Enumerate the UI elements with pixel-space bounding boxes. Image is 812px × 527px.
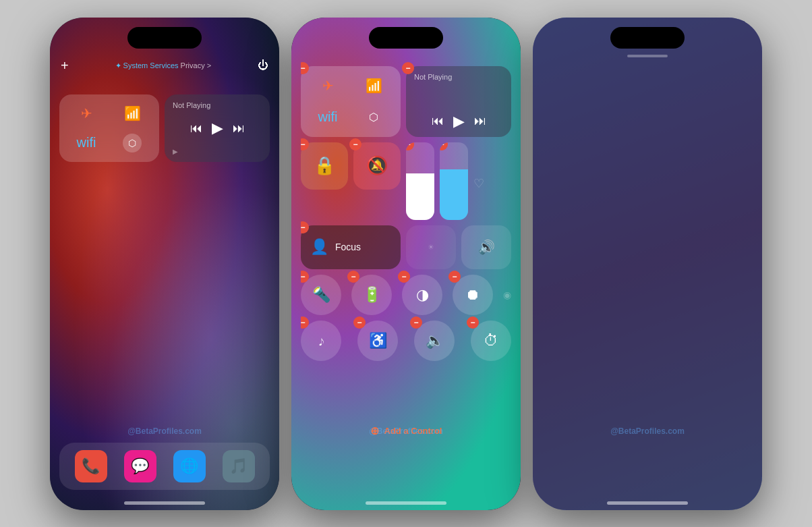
timer-edit-btn[interactable]: − ⏱ bbox=[471, 321, 511, 361]
wifi-icon-btn[interactable]: wifi bbox=[65, 130, 108, 157]
flashlight-edit-btn[interactable]: − 🔦 bbox=[301, 275, 341, 315]
home-bar-3[interactable] bbox=[607, 501, 688, 505]
minus-timer[interactable]: − bbox=[467, 316, 479, 329]
home-bar-1[interactable] bbox=[124, 501, 205, 505]
music-edit-tile[interactable]: − Not Playing ⏮ ▶ ⏭ bbox=[406, 66, 511, 137]
music-source: ▶ bbox=[173, 148, 262, 155]
minus-access[interactable]: − bbox=[353, 316, 366, 329]
not-playing-2: Not Playing bbox=[414, 73, 503, 81]
ear-edit-btn[interactable]: − 🔈 bbox=[414, 321, 455, 361]
dynamic-island-1 bbox=[127, 27, 202, 49]
connectivity-edit-tile[interactable]: − ✈ 📶 wifi ⬡ bbox=[301, 66, 401, 137]
minus-music[interactable]: − bbox=[402, 62, 414, 74]
phone-2: − ✈ 📶 wifi ⬡ − Not Playing ⏮ ▶ ⏭ bbox=[291, 18, 521, 510]
phone-dock-icon[interactable]: 📞 bbox=[75, 450, 107, 482]
wifi-edit-icon: ◉ bbox=[503, 289, 511, 315]
add-button[interactable]: + bbox=[61, 58, 69, 74]
sun-icon: ☀ bbox=[406, 225, 456, 269]
minus-battery[interactable]: − bbox=[347, 271, 359, 283]
focus-edit-tile[interactable]: − 👤 Focus bbox=[301, 225, 401, 269]
home-bar-2[interactable] bbox=[366, 501, 446, 505]
minus-brightness[interactable]: − bbox=[406, 142, 414, 150]
contrast-edit-btn[interactable]: − ◑ bbox=[402, 275, 442, 315]
dynamic-island-2 bbox=[369, 27, 443, 49]
music-dock-icon[interactable]: 🎵 bbox=[223, 450, 255, 482]
safari-dock-icon[interactable]: 🌐 bbox=[173, 450, 206, 482]
play-btn[interactable]: ▶ bbox=[212, 119, 223, 137]
watermark-2: @BetaProfiles.com bbox=[369, 426, 443, 436]
access-edit-btn[interactable]: − ♿ bbox=[357, 321, 398, 361]
system-services-link[interactable]: ✦ System Services Privacy > bbox=[115, 61, 212, 70]
dynamic-island-3 bbox=[610, 27, 685, 49]
next-track-btn[interactable]: ⏭ bbox=[233, 121, 245, 136]
phone-1: ▂▄▆ Viettel ▾ ✦ ⏰ 59% ▭ + ✦ System Servi… bbox=[50, 18, 279, 510]
volume-edit-slider[interactable]: − bbox=[440, 142, 468, 220]
minus-volume[interactable]: − bbox=[440, 142, 448, 150]
phone-3: 🔍 Search Controls Aa Translate Spanish T… bbox=[533, 18, 762, 510]
dock-1: 📞 💬 🌐 🎵 bbox=[59, 443, 270, 490]
messages-dock-icon[interactable]: 💬 bbox=[124, 450, 156, 482]
prev-track-btn[interactable]: ⏮ bbox=[190, 121, 202, 136]
minus-contrast[interactable]: − bbox=[398, 271, 410, 283]
minus-record[interactable]: − bbox=[448, 271, 461, 283]
connectivity-tile[interactable]: ✈ 📶 wifi ⬡ bbox=[59, 94, 159, 162]
volume-icon: 🔊 bbox=[461, 225, 511, 269]
shazam-edit-btn[interactable]: − 𝆕 bbox=[301, 321, 341, 361]
drag-handle bbox=[627, 55, 668, 57]
record-edit-btn[interactable]: − ⏺ bbox=[453, 275, 493, 315]
minus-shazam[interactable]: − bbox=[301, 316, 309, 329]
minus-flashlight[interactable]: − bbox=[301, 271, 309, 283]
airplane-mode-icon[interactable]: ✈ bbox=[65, 100, 108, 127]
mute-edit-tile[interactable]: − 🔕 bbox=[353, 142, 401, 190]
brightness-edit-slider[interactable]: − bbox=[406, 142, 434, 220]
not-playing-label: Not Playing bbox=[173, 101, 262, 109]
watermark-1: @BetaProfiles.com bbox=[127, 426, 202, 436]
bluetooth-icon[interactable]: ⬡ bbox=[111, 130, 154, 157]
watermark-3: @BetaProfiles.com bbox=[610, 426, 685, 436]
lock-edit-tile[interactable]: − 🔒 bbox=[301, 142, 348, 190]
minus-mute[interactable]: − bbox=[349, 138, 361, 150]
music-tile[interactable]: Not Playing ⏮ ▶ ⏭ ▶ bbox=[165, 94, 270, 162]
power-button[interactable]: ⏻ bbox=[258, 59, 268, 72]
battery-edit-btn[interactable]: − 🔋 bbox=[351, 275, 392, 315]
minus-lock[interactable]: − bbox=[301, 138, 309, 150]
minus-focus[interactable]: − bbox=[301, 221, 309, 233]
heart-edit: ♡ bbox=[473, 176, 484, 191]
wifi-calling-icon[interactable]: 📶 bbox=[111, 100, 154, 127]
minus-ear[interactable]: − bbox=[410, 316, 422, 329]
